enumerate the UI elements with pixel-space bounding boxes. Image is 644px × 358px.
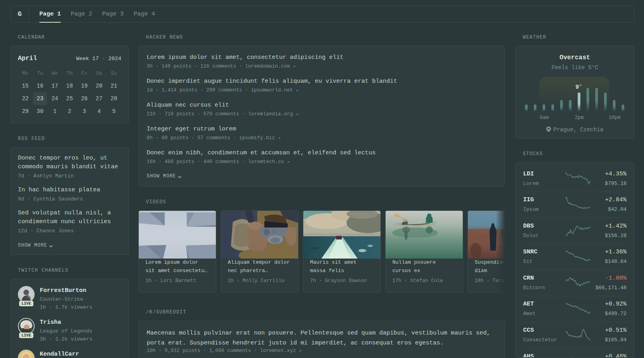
- svg-text:9: 9: [575, 84, 579, 91]
